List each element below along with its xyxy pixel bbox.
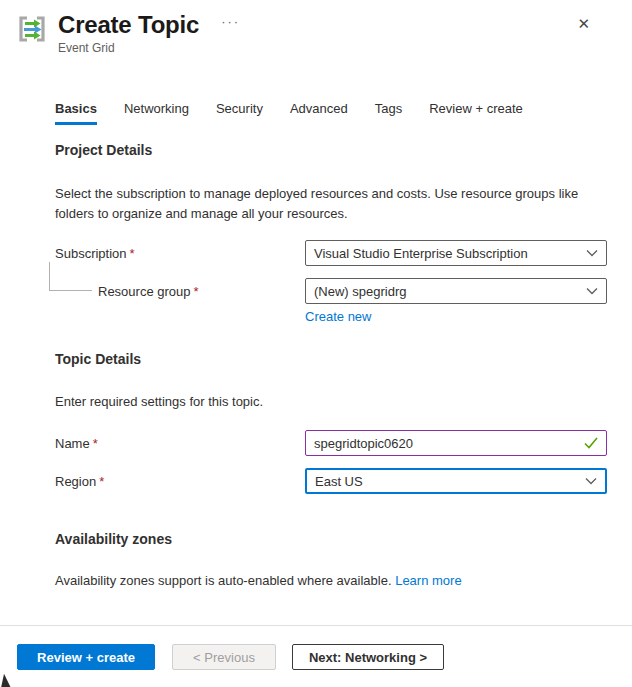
subscription-value: Visual Studio Enterprise Subscription bbox=[314, 246, 580, 261]
name-row: Name* bbox=[55, 430, 607, 456]
topic-details-heading: Topic Details bbox=[55, 351, 607, 367]
wizard-tabs: Basics Networking Security Advanced Tags… bbox=[55, 101, 523, 125]
topic-details-description: Enter required settings for this topic. bbox=[55, 392, 582, 412]
project-details-description: Select the subscription to manage deploy… bbox=[55, 184, 582, 224]
name-input[interactable] bbox=[314, 436, 578, 451]
required-asterisk: * bbox=[93, 436, 98, 451]
valid-check-icon bbox=[584, 437, 598, 449]
tab-security[interactable]: Security bbox=[216, 101, 263, 125]
required-asterisk: * bbox=[130, 246, 135, 261]
wizard-footer: Review + create < Previous Next: Network… bbox=[0, 625, 632, 687]
create-new-link[interactable]: Create new bbox=[305, 309, 371, 324]
required-asterisk: * bbox=[194, 284, 199, 299]
resource-group-label: Resource group* bbox=[55, 284, 305, 299]
chevron-down-icon bbox=[586, 287, 598, 295]
subscription-row: Subscription* Visual Studio Enterprise S… bbox=[55, 240, 607, 266]
region-value: East US bbox=[315, 474, 579, 489]
next-networking-button[interactable]: Next: Networking > bbox=[292, 644, 444, 670]
basics-form: Project Details Select the subscription … bbox=[55, 142, 607, 590]
tab-review-create[interactable]: Review + create bbox=[429, 101, 523, 125]
name-label: Name* bbox=[55, 436, 305, 451]
more-options-button[interactable]: ··· bbox=[221, 14, 240, 29]
chevron-down-icon bbox=[586, 249, 598, 257]
page-subtitle: Event Grid bbox=[58, 41, 240, 55]
resource-group-row: Resource group* (New) spegridrg bbox=[55, 278, 607, 304]
region-dropdown[interactable]: East US bbox=[305, 468, 607, 494]
dialog-header: Create Topic ··· Event Grid ✕ bbox=[17, 12, 615, 55]
review-create-button[interactable]: Review + create bbox=[17, 644, 155, 670]
subscription-label: Subscription* bbox=[55, 246, 305, 261]
learn-more-link[interactable]: Learn more bbox=[395, 573, 461, 588]
project-details-heading: Project Details bbox=[55, 142, 607, 158]
tab-tags[interactable]: Tags bbox=[375, 101, 402, 125]
region-row: Region* East US bbox=[55, 468, 607, 494]
chevron-down-icon bbox=[585, 477, 597, 485]
create-new-row: Create new bbox=[55, 309, 607, 324]
mouse-cursor-artifact bbox=[0, 674, 17, 687]
page-title: Create Topic bbox=[58, 12, 199, 38]
resource-group-value: (New) spegridrg bbox=[314, 284, 580, 299]
subscription-dropdown[interactable]: Visual Studio Enterprise Subscription bbox=[305, 240, 607, 266]
resource-group-dropdown[interactable]: (New) spegridrg bbox=[305, 278, 607, 304]
tab-basics[interactable]: Basics bbox=[55, 101, 97, 125]
tab-advanced[interactable]: Advanced bbox=[290, 101, 348, 125]
previous-button: < Previous bbox=[172, 644, 276, 670]
availability-zones-text: Availability zones support is auto-enabl… bbox=[55, 572, 607, 590]
event-grid-icon bbox=[17, 14, 47, 44]
tab-networking[interactable]: Networking bbox=[124, 101, 189, 125]
region-label: Region* bbox=[55, 474, 305, 489]
availability-zones-heading: Availability zones bbox=[55, 531, 607, 547]
required-asterisk: * bbox=[99, 474, 104, 489]
name-field bbox=[305, 430, 607, 456]
close-icon[interactable]: ✕ bbox=[577, 14, 590, 34]
